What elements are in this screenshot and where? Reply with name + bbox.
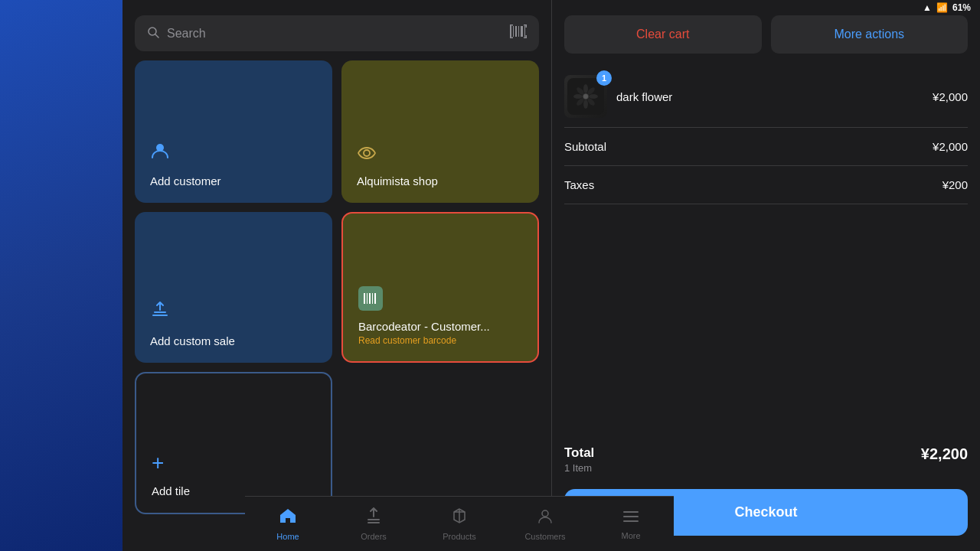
subtotal-row: Subtotal ¥2,000	[564, 128, 968, 166]
search-bar[interactable]: Search	[135, 15, 539, 51]
svg-point-17	[364, 150, 370, 156]
svg-rect-2	[510, 26, 511, 37]
cart-item-image-wrap: 1	[564, 75, 607, 118]
alquimista-label: Alquimista shop	[357, 174, 524, 187]
nav-home[interactable]: Home	[245, 507, 331, 541]
nav-customers-label: Customers	[524, 532, 565, 541]
tile-add-new[interactable]: + Add tile	[135, 372, 332, 514]
tile-add-custom-sale[interactable]: Add custom sale	[135, 212, 332, 364]
more-icon	[622, 508, 639, 528]
barcodeator-sublabel: Read customer barcode	[358, 335, 522, 346]
more-actions-button[interactable]: More actions	[771, 15, 969, 54]
svg-rect-6	[521, 26, 523, 37]
barcode-scan-icon[interactable]	[510, 24, 527, 42]
nav-more[interactable]: More	[588, 508, 674, 540]
svg-rect-4	[515, 26, 517, 37]
total-value: ¥2,200	[921, 445, 968, 463]
main-content: Search	[122, 0, 551, 551]
svg-rect-26	[368, 522, 380, 523]
svg-point-37	[583, 99, 588, 109]
svg-point-33	[583, 84, 588, 93]
svg-rect-22	[369, 293, 371, 304]
svg-point-35	[589, 94, 598, 99]
add-customer-icon	[150, 141, 317, 165]
add-custom-sale-label: Add custom sale	[150, 334, 317, 347]
cart-item: 1 dark flower ¥2,000	[564, 66, 968, 128]
nav-more-label: More	[621, 531, 640, 540]
cart-summary: Subtotal ¥2,000 Taxes ¥200	[552, 128, 980, 433]
svg-rect-19	[152, 315, 168, 316]
clear-cart-button[interactable]: Clear cart	[564, 15, 762, 54]
signal-icon: ▲	[923, 2, 932, 13]
sidebar	[0, 0, 122, 551]
nav-customers[interactable]: Customers	[502, 507, 588, 541]
subtotal-value: ¥2,000	[933, 140, 968, 153]
svg-rect-24	[374, 293, 376, 304]
search-placeholder: Search	[167, 27, 502, 41]
home-icon	[279, 507, 297, 529]
barcodeator-app-icon	[358, 286, 383, 311]
cart-item-price: ¥2,000	[933, 90, 968, 103]
add-custom-sale-icon	[150, 301, 317, 325]
search-icon	[147, 26, 159, 41]
total-label: Total	[564, 445, 594, 461]
svg-point-27	[542, 510, 548, 517]
svg-rect-9	[510, 24, 511, 28]
total-label-wrap: Total 1 Item	[564, 445, 594, 474]
svg-rect-21	[367, 293, 368, 304]
svg-rect-7	[524, 26, 525, 37]
total-row: Total 1 Item ¥2,200	[564, 445, 968, 483]
bottom-nav: Home Orders Products	[245, 496, 674, 551]
svg-point-39	[573, 94, 583, 99]
nav-products[interactable]: Products	[416, 507, 502, 541]
add-tile-icon: +	[152, 451, 315, 475]
wifi-icon: 📶	[936, 2, 948, 13]
svg-rect-23	[372, 293, 373, 304]
nav-products-label: Products	[443, 532, 475, 541]
cart-panel: Clear cart More actions	[551, 0, 980, 551]
svg-rect-20	[364, 293, 365, 304]
svg-rect-25	[368, 519, 380, 520]
tiles-grid: Add customer Alquimista shop Add cust	[122, 60, 551, 514]
status-bar: ▲ 📶 61%	[858, 0, 980, 15]
taxes-row: Taxes ¥200	[564, 166, 968, 204]
total-sublabel: 1 Item	[564, 462, 594, 474]
svg-point-41	[583, 94, 588, 99]
svg-rect-5	[518, 26, 519, 37]
products-icon	[451, 507, 468, 529]
svg-rect-18	[154, 311, 166, 313]
tile-alquimista-shop[interactable]: Alquimista shop	[341, 60, 539, 203]
tile-add-customer[interactable]: Add customer	[135, 60, 332, 203]
cart-item-name: dark flower	[616, 90, 923, 103]
customers-icon	[537, 507, 554, 529]
cart-item-quantity-badge: 1	[596, 70, 612, 86]
taxes-label: Taxes	[564, 178, 594, 191]
subtotal-label: Subtotal	[564, 140, 606, 153]
orders-icon	[365, 507, 382, 529]
nav-orders-label: Orders	[361, 532, 387, 541]
svg-rect-11	[526, 24, 528, 28]
nav-home-label: Home	[276, 532, 299, 541]
taxes-value: ¥200	[942, 178, 968, 191]
tile-barcodeator[interactable]: Barcodeator - Customer... Read customer …	[341, 212, 539, 364]
svg-rect-13	[510, 35, 511, 38]
add-customer-label: Add customer	[150, 174, 317, 187]
alquimista-icon	[357, 145, 524, 165]
svg-rect-15	[526, 35, 528, 38]
cart-items: 1 dark flower ¥2,000	[552, 66, 980, 128]
svg-line-1	[155, 34, 158, 37]
barcodeator-label: Barcodeator - Customer...	[358, 320, 522, 333]
battery-indicator: 61%	[952, 2, 971, 13]
nav-orders[interactable]: Orders	[331, 507, 416, 541]
svg-rect-3	[513, 26, 514, 37]
cart-total: Total 1 Item ¥2,200	[552, 433, 980, 483]
